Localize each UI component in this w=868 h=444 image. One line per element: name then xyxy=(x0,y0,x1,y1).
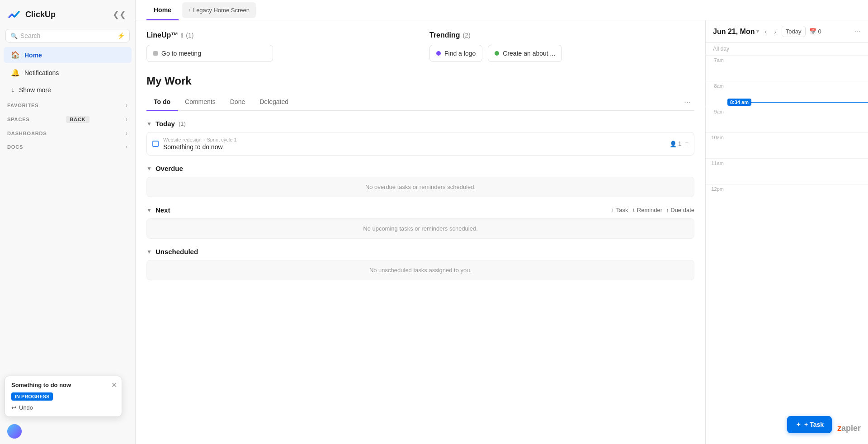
today-toggle[interactable]: ▼ xyxy=(146,121,152,127)
trending-card-1[interactable]: Create an about ... xyxy=(488,45,562,62)
next-toggle[interactable]: ▼ xyxy=(146,207,152,213)
calendar-body: All day 7am 8am 8:34 am xyxy=(706,43,868,444)
calendar-panel: Jun 21, Mon ▾ ‹ › Today 📅 0 ··· All day xyxy=(705,20,868,444)
center-panel: LineUp™ ℹ (1) Go to meeting Trending (2) xyxy=(136,20,705,444)
search-bar[interactable]: 🔍 Search ⚡ xyxy=(5,29,130,43)
my-work-title: My Work xyxy=(146,75,694,87)
today-section-header: ▼ Today (1) xyxy=(146,120,694,128)
time-content-11am xyxy=(727,159,868,184)
calendar-today-button[interactable]: Today xyxy=(782,26,806,37)
popup-status-badge: IN PROGRESS xyxy=(11,392,53,401)
current-time-label: 8:34 am xyxy=(727,99,751,106)
back-arrow-icon: ‹ xyxy=(189,7,190,13)
clickup-logo-icon xyxy=(7,7,22,22)
sidebar: ClickUp ❮❮ 🔍 Search ⚡ 🏠 Home 🔔 Notificat… xyxy=(0,0,136,444)
sidebar-item-show-more-label: Show more xyxy=(19,86,51,94)
tab-legacy[interactable]: ‹ Legacy Home Screen xyxy=(182,2,256,18)
task-popup: ✕ Something to do now IN PROGRESS ↩ Undo xyxy=(5,376,122,417)
time-content-7am xyxy=(727,56,868,81)
lightning-icon: ⚡ xyxy=(117,32,125,39)
spaces-section[interactable]: SPACES Back › xyxy=(0,112,135,127)
task-name: Something to do now xyxy=(163,143,665,151)
work-tab-done[interactable]: Done xyxy=(223,94,252,111)
unscheduled-toggle[interactable]: ▼ xyxy=(146,249,152,255)
next-section-name: Next xyxy=(156,206,170,214)
overdue-toggle[interactable]: ▼ xyxy=(146,165,152,172)
trending-title-text: Trending xyxy=(429,31,460,39)
calendar-more-button[interactable]: ··· xyxy=(855,28,861,36)
overdue-section-header: ▼ Overdue xyxy=(146,165,694,172)
undo-button[interactable]: ↩ Undo xyxy=(11,404,115,411)
work-tabs: To do Comments Done Delegated ··· xyxy=(146,94,694,111)
next-empty: No upcoming tasks or reminders scheduled… xyxy=(146,218,694,239)
today-section: ▼ Today (1) Website redesign › Sprint cy… xyxy=(146,120,694,156)
work-tab-delegated[interactable]: Delegated xyxy=(252,94,296,111)
task-breadcrumb: Website redesign › Sprint cycle 1 xyxy=(163,137,665,142)
work-tab-comments-label: Comments xyxy=(185,98,216,105)
my-work-section: My Work To do Comments Done Delegated ··… xyxy=(146,75,694,280)
dashboards-label: DASHBOARDS xyxy=(7,131,47,136)
add-task-floating-button[interactable]: ＋ + Task xyxy=(787,416,832,433)
trending-dot-purple xyxy=(436,51,441,56)
logo[interactable]: ClickUp xyxy=(7,7,56,22)
time-content-12pm xyxy=(727,184,868,210)
task-meta: 👤 1 ≡ xyxy=(670,140,689,147)
calendar-icon: 📅 xyxy=(809,28,816,35)
lineup-card-label: Go to meeting xyxy=(161,50,201,57)
assignee-count: 1 xyxy=(678,141,681,147)
dashboards-section[interactable]: DASHBOARDS › xyxy=(0,127,135,140)
task-more-button[interactable]: ≡ xyxy=(685,140,689,147)
calendar-next-button[interactable]: › xyxy=(772,27,778,36)
spaces-back-badge[interactable]: Back xyxy=(66,116,89,123)
unscheduled-empty: No unscheduled tasks assigned to you. xyxy=(146,260,694,280)
user-avatar[interactable] xyxy=(7,424,22,439)
trending-cards: Find a logo Create an about ... xyxy=(429,45,694,62)
time-grid: 7am 8am 8:34 am xyxy=(706,55,868,210)
current-time-indicator: 8:34 am xyxy=(727,99,868,106)
favorites-chevron: › xyxy=(126,102,128,109)
user-icon: 👤 xyxy=(670,141,677,147)
next-section-header: ▼ Next + Task + Reminder ↑ Due date xyxy=(146,206,694,214)
time-content-8am: 8:34 am xyxy=(727,81,868,107)
lineup-status-dot xyxy=(153,51,158,56)
favorites-label: FAVORITES xyxy=(7,103,38,108)
calendar-event-count: 📅 0 xyxy=(809,28,821,35)
undo-icon: ↩ xyxy=(11,404,16,411)
breadcrumb-arrow: › xyxy=(203,137,205,142)
allday-label: All day xyxy=(713,46,729,52)
time-label-8am: 8am xyxy=(706,81,727,89)
sort-due-date-button[interactable]: ↑ Due date xyxy=(666,207,694,213)
collapse-sidebar-button[interactable]: ❮❮ xyxy=(111,8,128,21)
work-tab-delegated-label: Delegated xyxy=(259,98,288,105)
add-task-button[interactable]: + Task xyxy=(611,207,628,213)
calendar-date[interactable]: Jun 21, Mon ▾ xyxy=(713,28,759,36)
info-icon[interactable]: ℹ xyxy=(181,32,183,39)
task-assignee: 👤 1 xyxy=(670,141,681,147)
lineup-card[interactable]: Go to meeting xyxy=(146,45,273,62)
work-tab-more-button[interactable]: ··· xyxy=(680,98,694,107)
sidebar-item-show-more[interactable]: ↓ Show more xyxy=(4,82,132,98)
sidebar-item-notifications[interactable]: 🔔 Notifications xyxy=(4,65,132,80)
calendar-prev-button[interactable]: ‹ xyxy=(763,27,769,36)
favorites-section[interactable]: FAVORITES › xyxy=(0,99,135,112)
popup-close-button[interactable]: ✕ xyxy=(111,381,117,389)
time-label-12pm: 12pm xyxy=(706,184,727,192)
work-tab-comments[interactable]: Comments xyxy=(178,94,223,111)
breadcrumb-sprint: Sprint cycle 1 xyxy=(207,137,236,142)
main-content: Home ‹ Legacy Home Screen LineUp™ ℹ (1) xyxy=(136,0,868,444)
work-tab-todo[interactable]: To do xyxy=(146,94,178,111)
sidebar-item-home-label: Home xyxy=(24,52,42,59)
today-section-name: Today xyxy=(156,120,175,128)
tab-home[interactable]: Home xyxy=(146,0,179,20)
zapier-apier: apier xyxy=(841,424,861,433)
sidebar-item-home[interactable]: 🏠 Home xyxy=(4,47,132,63)
task-checkbox[interactable] xyxy=(152,141,159,147)
today-count: (1) xyxy=(179,120,186,127)
trending-dot-green xyxy=(495,51,499,56)
zapier-badge[interactable]: zapier xyxy=(837,424,861,433)
docs-section[interactable]: DOCS › xyxy=(0,140,135,154)
next-section: ▼ Next + Task + Reminder ↑ Due date No u… xyxy=(146,206,694,239)
trending-card-0[interactable]: Find a logo xyxy=(429,45,482,62)
add-reminder-button[interactable]: + Reminder xyxy=(632,207,663,213)
unscheduled-section-name: Unscheduled xyxy=(156,248,198,255)
